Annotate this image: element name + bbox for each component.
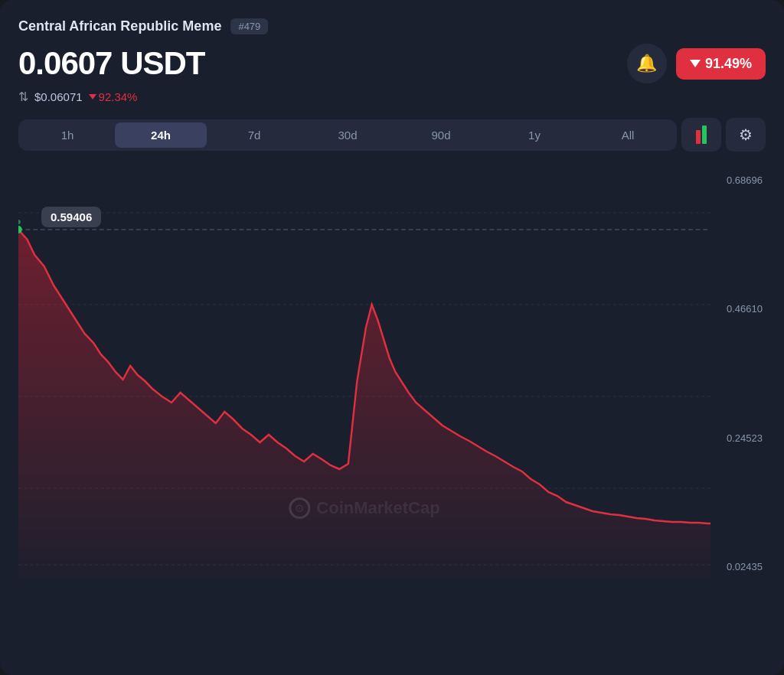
svg-point-7: [18, 220, 21, 224]
tab-all[interactable]: All: [582, 122, 674, 148]
watermark-text: CoinMarketCap: [316, 498, 439, 518]
tabs-row: 1h 24h 7d 30d 90d 1y All ⚙: [18, 118, 766, 152]
rank-badge: #479: [230, 18, 268, 34]
sub-change-pct: 92.34%: [89, 90, 138, 103]
sub-price-usd: $0.06071: [34, 90, 83, 103]
tab-90d[interactable]: 90d: [395, 122, 487, 148]
y-label-4: 0.02435: [712, 561, 766, 572]
y-label-1: 0.68696: [712, 174, 766, 186]
y-axis-labels: 0.68696 0.46610 0.24523 0.02435: [712, 167, 766, 580]
coin-name: Central African Republic Meme: [18, 18, 221, 34]
small-down-arrow-icon: [89, 94, 96, 99]
tab-1y[interactable]: 1y: [488, 122, 580, 148]
price-row: 0.0607 USDT 🔔 91.49%: [18, 44, 766, 83]
y-label-3: 0.24523: [712, 432, 766, 444]
tabs-group: 1h 24h 7d 30d 90d 1y All: [18, 119, 677, 151]
down-arrow-icon: [690, 60, 701, 67]
main-container: Central African Republic Meme #479 0.060…: [0, 0, 784, 675]
change-badge: 91.49%: [676, 48, 766, 80]
watermark: ⊙ CoinMarketCap: [289, 497, 439, 519]
y-label-2: 0.46610: [712, 303, 766, 315]
chart-svg-wrapper: 0.59406 ⊙ CoinMarketCap: [18, 167, 710, 580]
change-pct-label: 91.49%: [705, 56, 752, 72]
arrows-icon: ⇅: [18, 90, 28, 104]
price-actions: 🔔 91.49%: [627, 44, 766, 83]
candle-green: [702, 126, 707, 144]
bell-button[interactable]: 🔔: [627, 44, 667, 83]
price-value: 0.0607 USDT: [18, 45, 204, 82]
cmc-logo-icon: ⊙: [289, 497, 310, 519]
candle-red: [696, 130, 701, 144]
bell-icon: 🔔: [636, 54, 657, 73]
filter-icon: ⚙: [739, 126, 753, 144]
sub-price-row: ⇅ $0.06071 92.34%: [18, 90, 766, 104]
header-row: Central African Republic Meme #479: [18, 18, 766, 34]
filter-button[interactable]: ⚙: [726, 118, 766, 152]
chart-type-button[interactable]: [681, 118, 721, 152]
candlestick-icon: [696, 126, 707, 144]
tab-24h[interactable]: 24h: [115, 122, 207, 148]
tab-1h[interactable]: 1h: [21, 122, 113, 148]
tab-7d[interactable]: 7d: [208, 122, 300, 148]
tab-30d[interactable]: 30d: [302, 122, 394, 148]
chart-area: 0.68696 0.46610 0.24523 0.02435: [18, 167, 766, 580]
price-tooltip: 0.59406: [41, 207, 101, 227]
